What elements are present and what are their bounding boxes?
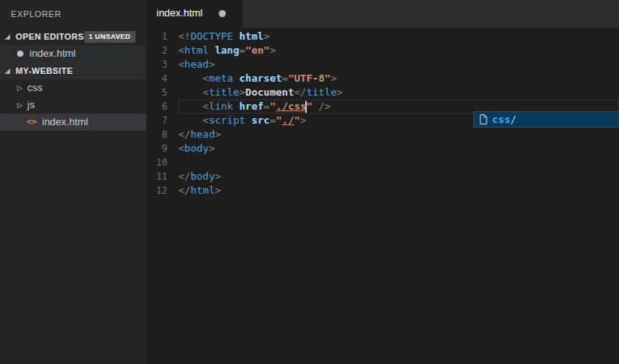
chevron-expanded-icon [5, 34, 10, 40]
code-line-2[interactable]: 2<html lang="en"> [146, 44, 619, 58]
line-number[interactable]: 7 [146, 114, 178, 128]
token-tag: script [209, 114, 245, 126]
token-pun: > [215, 184, 221, 196]
line-content[interactable]: <title>Document</title> [178, 86, 619, 100]
line-number[interactable]: 5 [146, 86, 178, 100]
root-folder-label: MY-WEBSITE [16, 62, 73, 79]
folder-name: js [27, 96, 34, 114]
code-line-10[interactable]: 10 [146, 156, 619, 170]
token-pun: > [239, 86, 245, 98]
folder-name: css [27, 79, 43, 96]
token-pun: /> [318, 100, 331, 112]
line-content[interactable]: <!DOCTYPE html> [178, 30, 619, 44]
token-pun: < [202, 114, 209, 126]
token-pun: > [264, 30, 270, 42]
token-sp [209, 44, 215, 56]
token-tag: DOCTYPE [191, 30, 234, 42]
line-number[interactable]: 4 [146, 72, 178, 86]
token-str: " [276, 114, 282, 126]
token-tag: body [185, 142, 209, 154]
line-content[interactable] [178, 156, 619, 170]
line-number[interactable]: 10 [146, 156, 178, 170]
line-number[interactable]: 12 [146, 184, 178, 198]
token-pun: </ [294, 86, 307, 98]
token-pun: > [337, 86, 343, 98]
line-number[interactable]: 9 [146, 142, 178, 156]
token-pun: > [301, 114, 307, 126]
line-content[interactable]: <body> [178, 142, 619, 156]
token-pun: > [209, 58, 215, 70]
token-pun: > [215, 170, 221, 182]
open-editors-header[interactable]: OPEN EDITORS 1 UNSAVED [0, 28, 146, 45]
tab-bar: index.html [146, 0, 619, 28]
code-line-8[interactable]: 8</head> [146, 128, 619, 142]
token-attr: html [239, 30, 263, 42]
line-number[interactable]: 3 [146, 58, 178, 72]
token-tag: head [185, 58, 209, 70]
code-line-3[interactable]: 3<head> [146, 58, 619, 72]
line-content[interactable]: </body> [178, 170, 619, 184]
code-line-4[interactable]: 4 <meta charset="UTF-8"> [146, 72, 619, 86]
open-editor-item-index-html[interactable]: index.html [0, 45, 146, 62]
tab-modified-dot-icon[interactable] [219, 10, 226, 17]
token-str: "UTF-8" [288, 72, 331, 84]
line-number[interactable]: 6 [146, 100, 178, 114]
code-line-1[interactable]: 1<!DOCTYPE html> [146, 30, 619, 44]
token-pun: </ [178, 184, 191, 196]
tree-item-index-html[interactable]: <> index.html [0, 114, 146, 131]
line-content[interactable]: <meta charset="UTF-8"> [178, 72, 619, 86]
tab-index-html[interactable]: index.html [146, 0, 243, 28]
line-number[interactable]: 1 [146, 30, 178, 44]
token-sp [178, 86, 202, 98]
suggest-label-rest: / [510, 114, 516, 125]
token-tag: html [191, 184, 215, 196]
token-str: " [294, 114, 301, 126]
token-pun: < [202, 86, 209, 98]
token-pun: </ [178, 128, 191, 140]
open-editors-label: OPEN EDITORS [16, 28, 84, 45]
folder-root-my-website[interactable]: MY-WEBSITE [0, 62, 146, 79]
token-str: "en" [245, 44, 269, 56]
token-tag: html [185, 44, 209, 56]
code-line-12[interactable]: 12</html> [146, 184, 619, 198]
token-pun: < [178, 142, 185, 154]
token-attr: src [251, 114, 269, 126]
token-sp [178, 72, 202, 84]
explorer-sidebar: EXPLORER OPEN EDITORS 1 UNSAVED index.ht… [0, 0, 146, 364]
code-line-11[interactable]: 11</body> [146, 170, 619, 184]
open-editor-filename: index.html [30, 45, 76, 62]
token-attr: lang [215, 44, 239, 56]
line-content[interactable]: <head> [178, 58, 619, 72]
vscode-window: EXPLORER OPEN EDITORS 1 UNSAVED index.ht… [0, 0, 619, 364]
line-content[interactable]: <html lang="en"> [178, 44, 619, 58]
token-pun: = [282, 72, 288, 84]
line-number[interactable]: 11 [146, 170, 178, 184]
token-sp [312, 100, 318, 112]
token-pun: = [239, 44, 245, 56]
line-number[interactable]: 8 [146, 128, 178, 142]
suggest-widget: css / [473, 111, 619, 128]
line-content[interactable]: </head> [178, 128, 619, 142]
modified-dot-icon [17, 51, 23, 57]
line-content[interactable]: </html> [178, 184, 619, 198]
token-txt: Document [245, 86, 294, 98]
line-number[interactable]: 2 [146, 44, 178, 58]
code-line-5[interactable]: 5 <title>Document</title> [146, 86, 619, 100]
tree-item-css-folder[interactable]: ▷ css [0, 79, 146, 96]
token-sp [178, 100, 202, 112]
file-icon [480, 114, 487, 124]
tree-item-js-folder[interactable]: ▷ js [0, 96, 146, 114]
chevron-collapsed-icon: ▷ [17, 96, 23, 114]
token-tag: meta [209, 72, 233, 84]
token-tag: head [191, 128, 215, 140]
token-pun: < [202, 100, 209, 112]
token-attr: href [239, 100, 263, 112]
token-pun: > [269, 44, 276, 56]
token-tag: body [191, 170, 215, 182]
token-tag: title [209, 86, 239, 98]
editor-group: index.html 1<!DOCTYPE html>2<html lang="… [146, 0, 619, 364]
code-line-9[interactable]: 9<body> [146, 142, 619, 156]
tab-title: index.html [157, 7, 202, 19]
suggest-item-css[interactable]: css / [474, 112, 619, 127]
html-file-icon: <> [26, 114, 37, 131]
